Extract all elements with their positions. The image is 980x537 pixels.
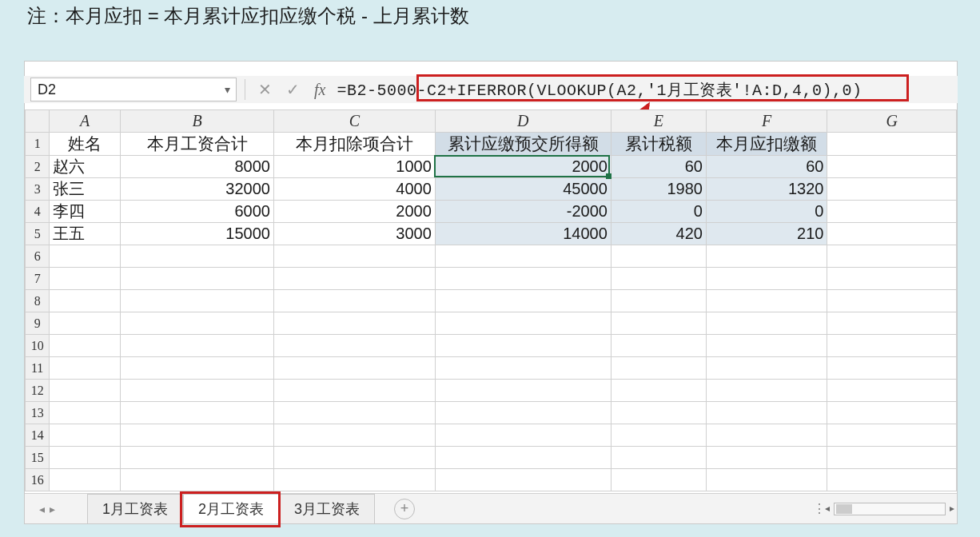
cell-A7[interactable] (50, 268, 121, 290)
cell-E5[interactable]: 420 (611, 223, 706, 245)
cell-E16[interactable] (611, 469, 706, 491)
cell-C16[interactable] (273, 469, 435, 491)
cell-A16[interactable] (50, 469, 121, 491)
cell-C4[interactable]: 2000 (273, 201, 435, 223)
col-header-G[interactable]: G (827, 110, 957, 133)
cell-E10[interactable] (611, 335, 706, 357)
cell-G13[interactable] (827, 402, 957, 424)
col-header-C[interactable]: C (273, 110, 435, 133)
cell-E9[interactable] (611, 312, 706, 335)
sheet-tab-2[interactable]: 3月工资表 (279, 494, 375, 523)
cell-B13[interactable] (121, 402, 274, 424)
cell-F2[interactable]: 60 (706, 156, 827, 178)
cell-B3[interactable]: 32000 (121, 178, 274, 201)
cell-D14[interactable] (435, 424, 611, 447)
col-header-B[interactable]: B (121, 110, 274, 133)
cell-C11[interactable] (273, 357, 435, 380)
cell-F16[interactable] (706, 469, 827, 491)
cell-G2[interactable] (827, 156, 957, 178)
cell-B15[interactable] (121, 447, 274, 469)
cell-E12[interactable] (611, 380, 706, 402)
cell-D10[interactable] (435, 335, 611, 357)
cell-A12[interactable] (50, 380, 121, 402)
cell-G5[interactable] (827, 223, 957, 245)
cell-D16[interactable] (435, 469, 611, 491)
cell-C5[interactable]: 3000 (273, 223, 435, 245)
cell-F3[interactable]: 1320 (706, 178, 827, 201)
col-header-E[interactable]: E (611, 110, 706, 133)
cell-B14[interactable] (121, 424, 274, 447)
cell-D3[interactable]: 45000 (435, 178, 611, 201)
cell-G14[interactable] (827, 424, 957, 447)
cell-F15[interactable] (706, 447, 827, 469)
cell-D9[interactable] (435, 312, 611, 335)
cell-B10[interactable] (121, 335, 274, 357)
cell-A5[interactable]: 王五 (50, 223, 121, 245)
cell-B1[interactable]: 本月工资合计 (121, 133, 274, 156)
row-header-4[interactable]: 4 (26, 201, 50, 223)
cell-E11[interactable] (611, 357, 706, 380)
cell-A10[interactable] (50, 335, 121, 357)
cell-A6[interactable] (50, 245, 121, 268)
cell-A13[interactable] (50, 402, 121, 424)
row-header-7[interactable]: 7 (26, 268, 50, 290)
cell-D5[interactable]: 14000 (435, 223, 611, 245)
cell-D4[interactable]: -2000 (435, 201, 611, 223)
cell-G7[interactable] (827, 268, 957, 290)
cell-C2[interactable]: 1000 (273, 156, 435, 178)
select-all-corner[interactable] (26, 110, 50, 133)
cell-G16[interactable] (827, 469, 957, 491)
cell-B5[interactable]: 15000 (121, 223, 274, 245)
cell-C6[interactable] (273, 245, 435, 268)
sheet-tab-0[interactable]: 1月工资表 (87, 494, 183, 523)
cell-B2[interactable]: 8000 (121, 156, 274, 178)
cell-F5[interactable]: 210 (706, 223, 827, 245)
cell-F8[interactable] (706, 290, 827, 312)
row-header-14[interactable]: 14 (26, 424, 50, 447)
cell-G11[interactable] (827, 357, 957, 380)
col-header-A[interactable]: A (50, 110, 121, 133)
cell-E6[interactable] (611, 245, 706, 268)
add-sheet-button[interactable]: + (394, 499, 415, 519)
formula-bar[interactable]: =B2-5000-C2+IFERROR(VLOOKUP(A2,'1月工资表'!A… (337, 78, 951, 101)
cell-A1[interactable]: 姓名 (50, 133, 121, 156)
cell-D11[interactable] (435, 357, 611, 380)
cell-F14[interactable] (706, 424, 827, 447)
cell-F10[interactable] (706, 335, 827, 357)
spreadsheet-grid[interactable]: ABCDEFG1姓名本月工资合计本月扣除项合计累计应缴预交所得额累计税额本月应扣… (25, 109, 957, 491)
col-header-D[interactable]: D (435, 110, 611, 133)
row-header-8[interactable]: 8 (26, 290, 50, 312)
cell-E8[interactable] (611, 290, 706, 312)
cell-D1[interactable]: 累计应缴预交所得额 (435, 133, 611, 156)
scroll-right-icon[interactable]: ▸ (946, 503, 958, 515)
cell-B9[interactable] (121, 312, 274, 335)
cell-E13[interactable] (611, 402, 706, 424)
cell-C8[interactable] (273, 290, 435, 312)
cell-A8[interactable] (50, 290, 121, 312)
cell-G10[interactable] (827, 335, 957, 357)
row-header-1[interactable]: 1 (26, 133, 50, 156)
row-header-16[interactable]: 16 (26, 469, 50, 491)
cell-A2[interactable]: 赵六 (50, 156, 121, 178)
cell-F9[interactable] (706, 312, 827, 335)
cell-C1[interactable]: 本月扣除项合计 (273, 133, 435, 156)
cell-E14[interactable] (611, 424, 706, 447)
cell-A3[interactable]: 张三 (50, 178, 121, 201)
name-box[interactable]: D2 ▾ (30, 78, 237, 101)
cell-C14[interactable] (273, 424, 435, 447)
cell-F12[interactable] (706, 380, 827, 402)
cell-G12[interactable] (827, 380, 957, 402)
cell-D2[interactable]: 2000 (435, 156, 611, 178)
cell-C9[interactable] (273, 312, 435, 335)
cell-G4[interactable] (827, 201, 957, 223)
row-header-13[interactable]: 13 (26, 402, 50, 424)
cell-E2[interactable]: 60 (611, 156, 706, 178)
cell-C15[interactable] (273, 447, 435, 469)
cell-G15[interactable] (827, 447, 957, 469)
cell-B6[interactable] (121, 245, 274, 268)
sheet-tab-1[interactable]: 2月工资表 (183, 494, 279, 523)
cell-E3[interactable]: 1980 (611, 178, 706, 201)
row-header-5[interactable]: 5 (26, 223, 50, 245)
cell-D7[interactable] (435, 268, 611, 290)
row-header-3[interactable]: 3 (26, 178, 50, 201)
